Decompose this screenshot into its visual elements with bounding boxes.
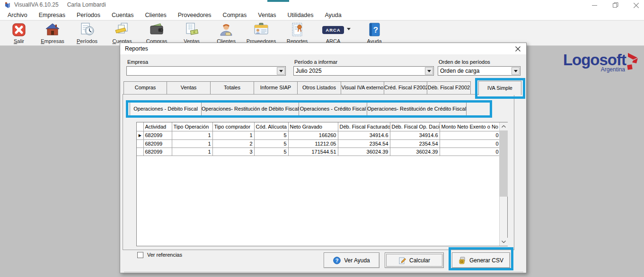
tab-iva-simple[interactable]: IVA Simple — [478, 81, 521, 95]
arca-dropdown-icon[interactable] — [347, 28, 351, 30]
empresa-combobox[interactable] — [126, 66, 286, 76]
table-row[interactable]: ▶68209911516626034914.634914.60 — [137, 131, 500, 139]
menu-ventas[interactable]: Ventas — [252, 10, 282, 20]
tab-visual-iva-externo[interactable]: Visual IVA externo — [341, 81, 384, 94]
app-title: VisualIVA 6.10.25 — [14, 1, 59, 8]
table-cell[interactable]: 2354.54 — [390, 139, 440, 147]
periodo-value: Julio 2025 — [296, 68, 424, 74]
col-tipo-comprador[interactable]: Tipo comprador — [212, 122, 254, 131]
menu-clientes[interactable]: Clientes — [140, 10, 172, 20]
table-cell[interactable]: 34914.6 — [338, 131, 390, 139]
periodo-combobox[interactable]: Julio 2025 — [293, 66, 434, 76]
current-row-marker[interactable]: ▶ — [137, 131, 143, 139]
calcular-button[interactable]: Calcular — [385, 252, 444, 268]
tab-compras[interactable]: Compras — [124, 81, 167, 94]
toolbar-clientes-button[interactable]: Clientes — [209, 22, 243, 45]
col-cod-alicuota[interactable]: Cód. Alícuota — [254, 122, 288, 131]
table-cell[interactable]: 0 — [440, 131, 500, 139]
tab-cred-fiscal-f2002[interactable]: Créd. Fiscal F2002 — [384, 81, 427, 94]
subtab-operaciones-restitucion-de-debito-fiscal[interactable]: Operaciones- Restitución de Débito Fisca… — [201, 102, 299, 115]
menu-proveedores[interactable]: Proveedores — [172, 10, 217, 20]
generar-csv-button[interactable]: Generar CSV — [452, 252, 510, 268]
dialog-close-icon[interactable] — [514, 45, 521, 52]
toolbar-arca-button[interactable]: ARCAARCA — [316, 22, 350, 45]
table-cell[interactable]: 34914.6 — [390, 131, 440, 139]
subtab-operaciones-debito-fiscal[interactable]: Operaciones - Débito Fiscal — [130, 102, 202, 115]
col-neto-gravado[interactable]: Neto Gravado — [288, 122, 338, 131]
table-cell[interactable]: 682099 — [143, 139, 172, 147]
table-cell[interactable]: 0 — [440, 147, 500, 156]
generar-csv-label: Generar CSV — [469, 257, 503, 264]
toolbar-reportes-button[interactable]: Reportes — [280, 22, 314, 45]
tab-ventas[interactable]: Ventas — [167, 81, 211, 94]
menu-cuentas[interactable]: Cuentas — [106, 10, 140, 20]
col-deb-fiscal-facturado[interactable]: Déb. Fiscal Facturado — [338, 122, 390, 131]
toolbar-periodos-button[interactable]: Períodos — [70, 22, 104, 45]
scroll-up-icon[interactable] — [500, 122, 508, 130]
table-cell[interactable]: 36024.39 — [390, 147, 440, 156]
ver-ayuda-button[interactable]: ? Ver Ayuda — [324, 252, 379, 268]
tab-deb-fiscal-f2002[interactable]: Déb. Fiscal F2002 — [427, 81, 471, 94]
empresa-dropdown-icon[interactable] — [277, 67, 285, 75]
tab-totales[interactable]: Totales — [210, 81, 254, 94]
clientes-icon — [218, 22, 234, 38]
menu-archivo[interactable]: Archivo — [2, 10, 33, 20]
table-cell[interactable]: 171544.51 — [288, 147, 338, 156]
col-monto-neto-exento-o-no-gravado[interactable]: Monto Neto Exento o No Gravado — [440, 122, 500, 131]
table-cell[interactable]: 5 — [254, 147, 288, 156]
table-cell[interactable]: 5 — [254, 139, 288, 147]
ver-referencias-checkbox[interactable] — [137, 252, 143, 258]
menu-periodos[interactable]: Períodos — [71, 10, 106, 20]
table-cell[interactable]: 166260 — [288, 131, 338, 139]
table-cell[interactable]: 5 — [254, 131, 288, 139]
table-cell[interactable]: 2 — [212, 139, 254, 147]
table-cell[interactable]: 2354.54 — [338, 139, 390, 147]
table-cell[interactable]: 682099 — [143, 147, 172, 156]
menu-ayuda[interactable]: Ayuda — [319, 10, 347, 20]
table-cell[interactable]: 3 — [212, 147, 254, 156]
table-cell[interactable]: 1 — [172, 131, 212, 139]
row-selector-cell[interactable] — [137, 139, 143, 147]
menu-utilidades[interactable]: Utilidades — [282, 10, 319, 20]
table-row[interactable]: 682099135171544.5136024.3936024.390 — [137, 147, 500, 156]
menu-compras[interactable]: Compras — [217, 10, 253, 20]
tab-otros-listados[interactable]: Otros Listados — [297, 81, 341, 94]
subtab-operaciones-credito-fiscal[interactable]: Operaciones - Crédito Fiscal — [299, 102, 367, 115]
toolbar-salir-button[interactable]: Salir — [2, 22, 36, 45]
table-cell[interactable]: 1 — [172, 139, 212, 147]
toolbar-cuentas-button[interactable]: Cuentas — [105, 22, 139, 45]
tab-informe-siap[interactable]: Informe SIAP — [254, 81, 298, 94]
toolbar-empresas-button[interactable]: Empresas — [35, 22, 70, 45]
toolbar-compras-button[interactable]: Compras — [140, 22, 174, 45]
dialog-title: Reportes — [125, 45, 148, 52]
table-cell[interactable]: 682099 — [143, 131, 172, 139]
col-deb-fiscal-op-dacion[interactable]: Déb. Fiscal Op. Dación — [390, 122, 440, 131]
table-scrollbar[interactable] — [499, 122, 507, 246]
scroll-down-icon[interactable] — [500, 238, 508, 246]
orden-dropdown-icon[interactable] — [512, 67, 520, 75]
scrollbar-thumb[interactable] — [500, 130, 508, 197]
periodo-dropdown-icon[interactable] — [425, 67, 433, 75]
toolbar-ayuda-button[interactable]: ?Ayuda — [357, 22, 391, 45]
toolbar: SalirEmpresasPeríodosCuentasComprasVenta… — [0, 20, 644, 46]
cuentas-icon — [114, 22, 130, 38]
menu-empresas[interactable]: Empresas — [33, 10, 71, 20]
row-selector-cell[interactable] — [137, 147, 143, 156]
subtab-operaciones-restitucion-de-credito-fiscal[interactable]: Operaciones- Restitución de Crédito Fisc… — [367, 102, 467, 115]
pencil-icon — [398, 257, 406, 264]
toolbar-ventas-button[interactable]: Ventas — [175, 22, 209, 45]
close-window-icon[interactable] — [629, 1, 643, 9]
table-cell[interactable]: 1 — [172, 147, 212, 156]
col-tipo-operacion[interactable]: Tipo Operación — [172, 122, 212, 131]
toolbar-proveedores-button[interactable]: Proveedores — [244, 22, 278, 45]
table-cell[interactable]: 0 — [440, 139, 500, 147]
orden-combobox[interactable]: Orden de carga — [438, 66, 520, 76]
minimize-button[interactable] — [587, 1, 601, 9]
logosoft-logo: Logosoft Argentina — [563, 52, 639, 72]
restore-button[interactable] — [609, 1, 623, 9]
table-row[interactable]: 68209912511212.052354.542354.540 — [137, 139, 500, 147]
table-cell[interactable]: 1 — [212, 131, 254, 139]
table-cell[interactable]: 11212.05 — [288, 139, 338, 147]
col-actividad[interactable]: Actividad — [143, 122, 172, 131]
table-cell[interactable]: 36024.39 — [338, 147, 390, 156]
